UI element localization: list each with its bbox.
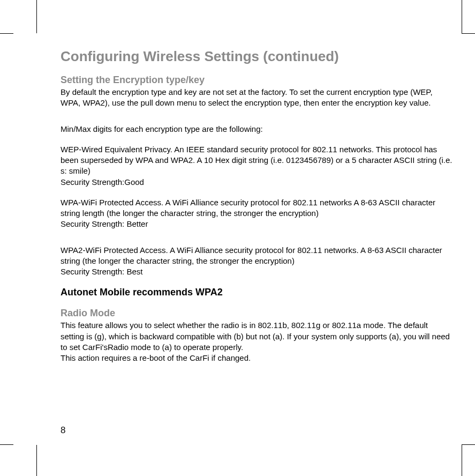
radiomode-description: This feature allows you to select whethe… [61, 320, 454, 353]
recommendation: Autonet Mobile recommends WPA2 [61, 287, 454, 298]
page-content: Configuring Wireless Settings (continued… [61, 48, 454, 433]
wpa2-strength: Security Strength: Best [61, 266, 454, 277]
wpa2-description: WPA2-WiFi Protected Access. A WiFi Allia… [61, 245, 454, 267]
section-heading-encryption: Setting the Encryption type/key [61, 75, 454, 86]
wep-strength: Security Strength:Good [61, 177, 454, 188]
wpa-description: WPA-WiFi Protected Access. A WiFi Allian… [61, 197, 454, 219]
section-heading-radiomode: Radio Mode [61, 308, 454, 319]
radiomode-reboot: This action requires a re-boot of the Ca… [61, 353, 454, 363]
page-number: 8 [61, 425, 65, 436]
minmax-intro: Min/Max digits for each encryption type … [61, 124, 454, 135]
encryption-intro: By default the encryption type and key a… [61, 87, 454, 109]
wep-description: WEP-Wired Equivalent Privacy. An IEEE st… [61, 144, 454, 177]
page-title: Configuring Wireless Settings (continued… [61, 48, 454, 65]
wpa-strength: Security Strength: Better [61, 219, 454, 229]
